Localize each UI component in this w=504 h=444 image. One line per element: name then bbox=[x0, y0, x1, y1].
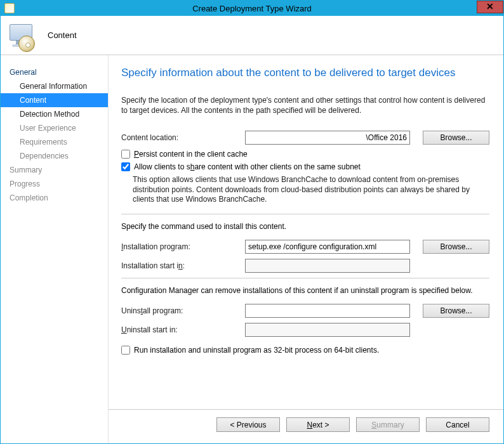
cancel-button[interactable]: Cancel bbox=[426, 417, 489, 432]
share-checkbox[interactable] bbox=[121, 162, 130, 171]
install-browse-button[interactable]: Browse... bbox=[423, 240, 489, 254]
persist-checkbox[interactable] bbox=[121, 150, 130, 159]
run32-label: Run installation and uninstall program a… bbox=[134, 346, 379, 355]
sidebar-item-completion: Completion bbox=[1, 191, 108, 205]
close-button[interactable]: ✕ bbox=[477, 1, 503, 13]
previous-button[interactable]: < Previous bbox=[216, 417, 280, 432]
sidebar-item-content[interactable]: Content bbox=[1, 93, 108, 107]
run32-checkbox[interactable] bbox=[121, 346, 130, 355]
separator-2 bbox=[121, 278, 489, 278]
share-help-text: This option allows clients that use Wind… bbox=[133, 175, 489, 205]
page-title: Specify information about the content to… bbox=[121, 67, 489, 79]
next-button[interactable]: Next > bbox=[286, 417, 350, 432]
wizard-header: Content bbox=[1, 16, 503, 55]
sidebar-item-general-information[interactable]: General Information bbox=[1, 79, 108, 93]
install-start-label: Installation start in: bbox=[121, 261, 245, 270]
sidebar-item-dependencies: Dependencies bbox=[1, 149, 108, 163]
content-location-input[interactable] bbox=[245, 131, 410, 145]
uninstall-program-input[interactable] bbox=[245, 304, 410, 318]
sidebar-item-user-experience: User Experience bbox=[1, 121, 108, 135]
install-program-input[interactable] bbox=[245, 240, 410, 254]
install-section-text: Specify the command used to install this… bbox=[121, 222, 489, 231]
install-program-label: Installation program: bbox=[121, 242, 245, 251]
summary-button: Summary bbox=[356, 417, 420, 432]
persist-label: Persist content in the client cache bbox=[134, 150, 248, 159]
install-start-input[interactable] bbox=[245, 259, 410, 273]
wizard-sidebar: General General Information Content Dete… bbox=[1, 55, 109, 443]
uninstall-start-input[interactable] bbox=[245, 323, 410, 337]
share-label: Allow clients to share content with othe… bbox=[134, 162, 361, 171]
uninstall-program-label: Uninstall program: bbox=[121, 306, 245, 315]
wizard-main: Specify information about the content to… bbox=[109, 55, 503, 443]
sidebar-item-progress: Progress bbox=[1, 177, 108, 191]
header-label: Content bbox=[48, 30, 77, 40]
title-bar: Create Deployment Type Wizard ✕ bbox=[1, 1, 503, 16]
sidebar-item-summary: Summary bbox=[1, 163, 108, 177]
window-title: Create Deployment Type Wizard bbox=[1, 4, 503, 13]
uninstall-start-label: Uninstall start in: bbox=[121, 325, 245, 334]
wizard-footer: < Previous Next > Summary Cancel bbox=[109, 409, 503, 443]
uninstall-browse-button[interactable]: Browse... bbox=[423, 304, 489, 318]
sidebar-item-requirements: Requirements bbox=[1, 135, 108, 149]
uninstall-section-text: Configuration Manager can remove install… bbox=[121, 286, 489, 295]
content-location-browse-button[interactable]: Browse... bbox=[423, 131, 489, 145]
sidebar-item-general[interactable]: General bbox=[1, 65, 108, 79]
content-location-label: Content location: bbox=[121, 133, 245, 142]
sidebar-item-detection-method[interactable]: Detection Method bbox=[1, 107, 108, 121]
separator bbox=[121, 214, 489, 214]
page-description: Specify the location of the deployment t… bbox=[121, 96, 489, 115]
content-icon bbox=[10, 23, 35, 48]
